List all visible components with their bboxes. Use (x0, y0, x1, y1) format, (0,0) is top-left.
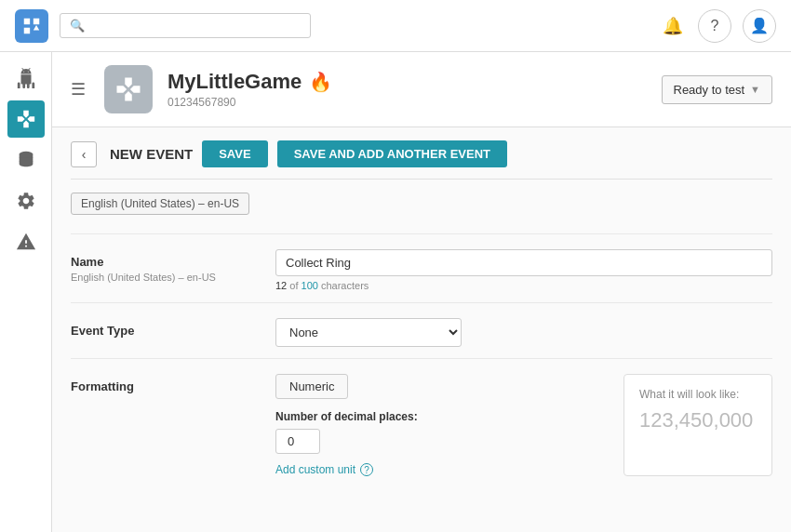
app-name: MyLittleGame (168, 70, 302, 94)
app-header: ☰ MyLittleGame 🔥 01234567890 Ready to te… (52, 52, 791, 127)
decimal-label: Number of decimal places: (275, 410, 605, 423)
decimal-input[interactable] (275, 429, 320, 454)
section-divider-3 (71, 358, 772, 359)
profile-button[interactable]: 👤 (743, 9, 776, 43)
app-flame-icon: 🔥 (309, 71, 332, 93)
event-type-label: Event Type (71, 324, 257, 338)
search-icon: 🔍 (70, 19, 85, 33)
app-id: 01234567890 (168, 96, 647, 109)
name-label-col: Name English (United States) – en-US (71, 249, 257, 291)
name-field-row: Name English (United States) – en-US 12 … (71, 249, 772, 291)
format-preview-box: What it will look like: 123,450,000 (623, 374, 772, 476)
main-layout: ☰ MyLittleGame 🔥 01234567890 Ready to te… (0, 52, 791, 532)
section-divider-2 (71, 302, 772, 303)
language-badge[interactable]: English (United States) – en-US (71, 193, 249, 215)
sidebar-item-database[interactable] (7, 141, 45, 179)
add-unit-link[interactable]: Add custom unit ? (275, 463, 605, 476)
toolbar: ‹ NEW EVENT SAVE SAVE AND ADD ANOTHER EV… (71, 127, 772, 180)
app-icon (104, 65, 153, 113)
new-event-label: NEW EVENT (110, 146, 193, 162)
formatting-input-col: Numeric Number of decimal places: Add cu… (275, 374, 772, 476)
menu-icon[interactable]: ☰ (71, 79, 86, 100)
numeric-button[interactable]: Numeric (275, 374, 348, 399)
help-icon[interactable]: ? (360, 463, 373, 476)
char-suffix: characters (321, 280, 369, 291)
sidebar-item-android[interactable] (7, 60, 45, 97)
add-unit-text: Add custom unit (275, 463, 355, 476)
char-used: 12 (275, 280, 287, 291)
format-left: Numeric Number of decimal places: Add cu… (275, 374, 605, 476)
name-sublabel: English (United States) – en-US (71, 272, 257, 283)
event-type-label-col: Event Type (71, 318, 257, 347)
name-input[interactable] (275, 249, 772, 276)
bell-button[interactable]: 🔔 (659, 12, 687, 40)
format-preview-value: 123,450,000 (639, 408, 757, 432)
chevron-down-icon: ▼ (750, 84, 760, 95)
sidebar-item-gamepad[interactable] (7, 100, 45, 138)
sidebar-item-warning[interactable] (7, 223, 45, 260)
formatting-field-row: Formatting Numeric Number of decimal pla… (71, 374, 772, 476)
section-divider-1 (71, 233, 772, 234)
name-label: Name (71, 255, 257, 269)
save-add-button[interactable]: SAVE AND ADD ANOTHER EVENT (277, 140, 507, 167)
app-title: MyLittleGame 🔥 (168, 70, 647, 94)
app-info: MyLittleGame 🔥 01234567890 (168, 70, 647, 109)
name-input-col: 12 of 100 characters (275, 249, 772, 291)
event-type-input-col: None (275, 318, 772, 347)
back-button[interactable]: ‹ (71, 141, 97, 167)
app-logo (15, 9, 48, 43)
form-area: ‹ NEW EVENT SAVE SAVE AND ADD ANOTHER EV… (52, 127, 791, 506)
format-section: Numeric Number of decimal places: Add cu… (275, 374, 772, 476)
sidebar-item-settings[interactable] (7, 182, 45, 219)
search-input[interactable] (90, 19, 301, 33)
help-button[interactable]: ? (698, 9, 731, 43)
ready-to-test-button[interactable]: Ready to test ▼ (662, 75, 773, 104)
top-navbar: 🔍 🔔 ? 👤 (0, 0, 791, 52)
formatting-label-col: Formatting (71, 374, 257, 476)
formatting-label: Formatting (71, 379, 257, 393)
ready-btn-label: Ready to test (674, 83, 745, 97)
sidebar (0, 52, 52, 532)
search-box[interactable]: 🔍 (60, 13, 311, 38)
content-area: ☰ MyLittleGame 🔥 01234567890 Ready to te… (52, 52, 791, 532)
char-count: 12 of 100 characters (275, 280, 772, 291)
event-type-field-row: Event Type None (71, 318, 772, 347)
format-preview-label: What it will look like: (639, 388, 757, 401)
language-text: English (United States) (81, 197, 195, 210)
char-total: 100 (302, 280, 318, 291)
language-code-val: – en-US (198, 197, 239, 210)
save-button[interactable]: SAVE (202, 140, 267, 167)
event-type-select[interactable]: None (275, 318, 462, 347)
